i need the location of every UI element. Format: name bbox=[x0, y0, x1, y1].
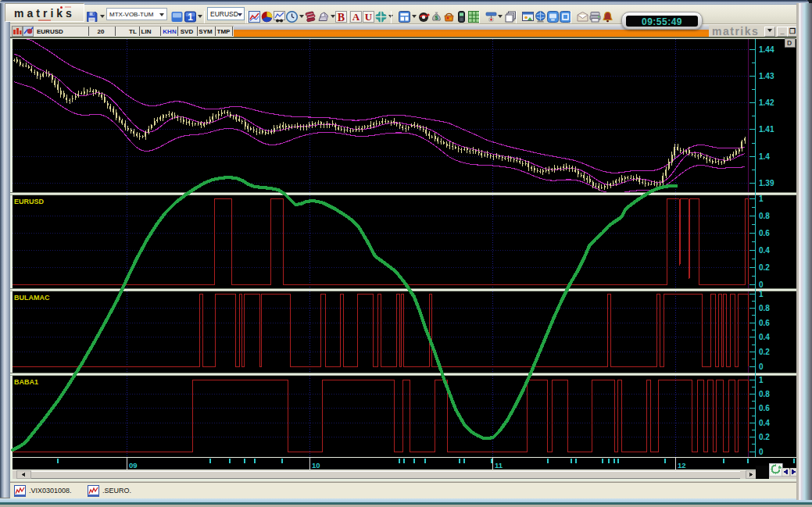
svg-text:0.2: 0.2 bbox=[759, 263, 770, 272]
svg-text:BABA1: BABA1 bbox=[14, 378, 38, 386]
svg-text:0.8: 0.8 bbox=[759, 212, 770, 220]
svg-text:1.44: 1.44 bbox=[759, 45, 774, 54]
svg-text:1.39: 1.39 bbox=[759, 179, 774, 187]
svg-text:11: 11 bbox=[495, 461, 503, 470]
svg-text:1: 1 bbox=[759, 290, 764, 298]
svg-text:09: 09 bbox=[129, 461, 138, 470]
svg-text:0.8: 0.8 bbox=[759, 304, 770, 312]
svg-text:0: 0 bbox=[759, 362, 764, 371]
svg-text:0.6: 0.6 bbox=[759, 404, 770, 412]
svg-text:1.43: 1.43 bbox=[759, 72, 774, 80]
svg-text:0.6: 0.6 bbox=[759, 319, 770, 327]
svg-text:0.4: 0.4 bbox=[759, 419, 770, 427]
svg-text:0: 0 bbox=[759, 448, 764, 456]
svg-text:BULAMAC: BULAMAC bbox=[14, 294, 50, 302]
svg-text:0.2: 0.2 bbox=[759, 433, 770, 441]
svg-text:1: 1 bbox=[188, 12, 193, 23]
svg-text:0.6: 0.6 bbox=[759, 229, 770, 237]
svg-text:U: U bbox=[365, 11, 373, 23]
svg-text:0.4: 0.4 bbox=[759, 333, 770, 341]
svg-text:$: $ bbox=[435, 14, 438, 21]
svg-text:1.41: 1.41 bbox=[759, 125, 774, 134]
svg-text:12: 12 bbox=[678, 461, 686, 470]
svg-text:0: 0 bbox=[759, 280, 764, 289]
svg-text:D: D bbox=[787, 39, 792, 47]
svg-text:1: 1 bbox=[759, 376, 764, 384]
svg-text:0.4: 0.4 bbox=[759, 246, 770, 255]
svg-text:B: B bbox=[338, 12, 345, 23]
svg-text:0.8: 0.8 bbox=[759, 390, 770, 398]
svg-text:0.2: 0.2 bbox=[759, 348, 770, 356]
svg-text:1: 1 bbox=[759, 195, 764, 203]
svg-text:10: 10 bbox=[312, 461, 320, 470]
svg-text:1.42: 1.42 bbox=[759, 98, 774, 107]
svg-text:1.4: 1.4 bbox=[759, 152, 770, 161]
svg-text:A: A bbox=[352, 11, 360, 23]
svg-text:EURUSD: EURUSD bbox=[14, 198, 45, 205]
